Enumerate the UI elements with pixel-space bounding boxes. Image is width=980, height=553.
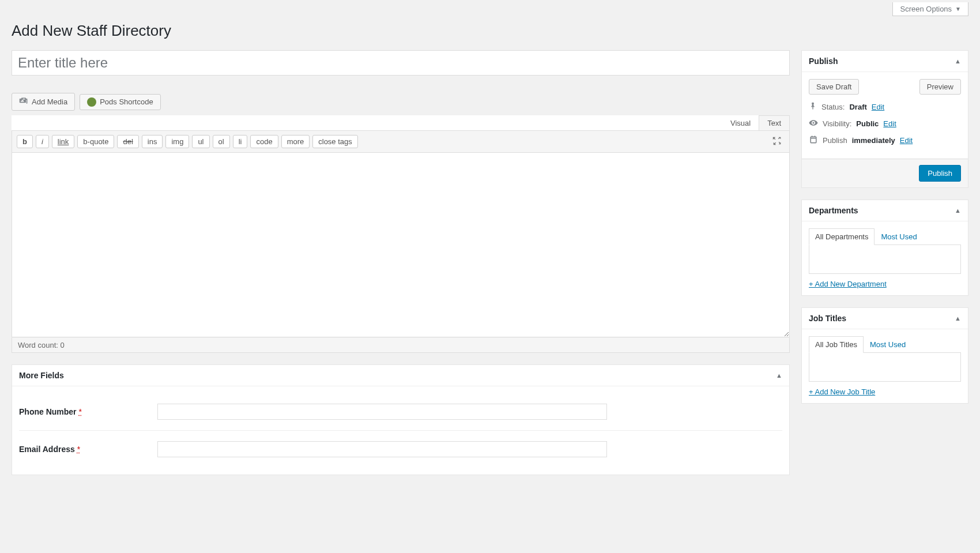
word-count-label: Word count: xyxy=(18,341,60,349)
job-titles-box: Job Titles ▲ All Job Titles Most Used + … xyxy=(801,307,968,404)
departments-list xyxy=(809,245,961,274)
page-title: Add New Staff Directory xyxy=(12,22,968,40)
qt-li-button[interactable]: li xyxy=(233,135,248,148)
publish-button[interactable]: Publish xyxy=(919,165,961,182)
phone-label: Phone Number * xyxy=(19,407,157,416)
qt-img-button[interactable]: img xyxy=(165,135,189,148)
calendar-icon xyxy=(809,135,818,146)
collapse-icon[interactable]: ▲ xyxy=(955,207,961,214)
screen-options-button[interactable]: Screen Options ▼ xyxy=(892,2,968,16)
publish-timing-label: Publish xyxy=(823,136,847,145)
job-titles-tab-most-used[interactable]: Most Used xyxy=(864,336,912,353)
job-titles-tab-all[interactable]: All Job Titles xyxy=(809,336,864,353)
email-label: Email Address * xyxy=(19,445,157,454)
publish-timing-value: immediately xyxy=(852,136,895,145)
job-titles-title: Job Titles xyxy=(809,314,846,323)
add-new-department-link[interactable]: + Add New Department xyxy=(809,280,887,288)
add-media-label: Add Media xyxy=(32,97,67,106)
publish-title: Publish xyxy=(809,57,838,66)
collapse-icon[interactable]: ▲ xyxy=(955,315,961,322)
eye-icon xyxy=(809,118,818,129)
collapse-icon[interactable]: ▲ xyxy=(776,372,782,379)
visibility-edit-link[interactable]: Edit xyxy=(883,119,896,128)
pin-icon xyxy=(809,101,817,112)
pods-shortcode-label: Pods Shortcode xyxy=(100,97,153,106)
departments-tab-most-used[interactable]: Most Used xyxy=(875,228,923,245)
fullscreen-icon[interactable] xyxy=(770,134,785,149)
editor-tab-text[interactable]: Text xyxy=(759,115,790,130)
editor-tab-visual[interactable]: Visual xyxy=(722,115,759,130)
pods-icon xyxy=(87,97,96,107)
qt-bold-button[interactable]: b xyxy=(17,135,33,148)
departments-title: Departments xyxy=(809,206,858,215)
qt-ol-button[interactable]: ol xyxy=(213,135,230,148)
publish-box: Publish ▲ Save Draft Preview Status: Dra… xyxy=(801,50,968,188)
caret-down-icon: ▼ xyxy=(955,6,961,12)
publish-timing-edit-link[interactable]: Edit xyxy=(900,136,913,145)
post-title-input[interactable] xyxy=(12,50,790,76)
qt-more-button[interactable]: more xyxy=(281,135,310,148)
content-textarea[interactable] xyxy=(12,153,790,337)
add-media-button[interactable]: Add Media xyxy=(12,93,75,111)
more-fields-title: More Fields xyxy=(19,371,64,380)
collapse-icon[interactable]: ▲ xyxy=(955,58,961,65)
qt-bquote-button[interactable]: b-quote xyxy=(77,135,114,148)
status-label: Status: xyxy=(821,103,845,111)
departments-tab-all[interactable]: All Departments xyxy=(809,228,875,245)
pods-shortcode-button[interactable]: Pods Shortcode xyxy=(80,94,161,110)
departments-box: Departments ▲ All Departments Most Used … xyxy=(801,200,968,296)
more-fields-box: More Fields ▲ Phone Number * Email Addre… xyxy=(12,364,790,475)
qt-ul-button[interactable]: ul xyxy=(192,135,209,148)
visibility-label: Visibility: xyxy=(823,119,851,128)
email-input[interactable] xyxy=(157,441,607,457)
quicktags-toolbar: b i link b-quote del ins img ul ol li co… xyxy=(12,130,790,153)
qt-del-button[interactable]: del xyxy=(117,135,138,148)
job-titles-list xyxy=(809,353,961,382)
status-value: Draft xyxy=(849,103,866,111)
word-count-value: 0 xyxy=(60,341,64,349)
qt-ins-button[interactable]: ins xyxy=(142,135,163,148)
qt-italic-button[interactable]: i xyxy=(36,135,49,148)
qt-close-button[interactable]: close tags xyxy=(312,135,358,148)
save-draft-button[interactable]: Save Draft xyxy=(809,79,859,95)
preview-button[interactable]: Preview xyxy=(919,79,961,95)
qt-link-button[interactable]: link xyxy=(52,135,75,148)
screen-options-label: Screen Options xyxy=(900,5,952,13)
editor-footer: Word count: 0 xyxy=(12,337,790,353)
qt-code-button[interactable]: code xyxy=(250,135,278,148)
phone-input[interactable] xyxy=(157,404,607,420)
add-new-job-title-link[interactable]: + Add New Job Title xyxy=(809,388,875,396)
required-mark: * xyxy=(77,445,80,454)
status-edit-link[interactable]: Edit xyxy=(872,103,884,111)
required-mark: * xyxy=(78,407,81,416)
visibility-value: Public xyxy=(856,119,879,128)
media-icon xyxy=(19,96,28,107)
